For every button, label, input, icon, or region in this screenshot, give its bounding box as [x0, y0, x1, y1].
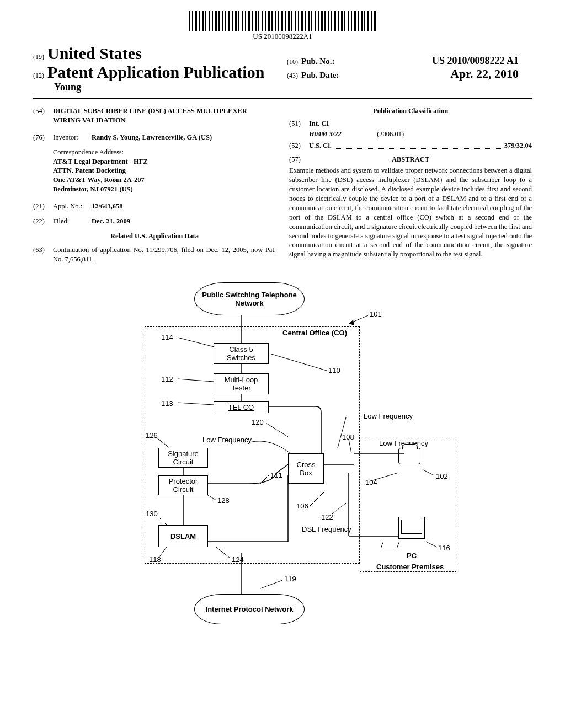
ref-126: 126	[146, 431, 158, 440]
ref-114: 114	[161, 333, 173, 341]
pub-no: US 2010/0098222 A1	[432, 55, 519, 67]
barcode-label: US 20100098222A1	[253, 32, 312, 41]
filed-label: Filed:	[53, 217, 92, 226]
intcl-label: Int. Cl.	[309, 119, 330, 129]
country: United States	[47, 44, 142, 63]
pub-date-code: (43)	[287, 72, 298, 80]
ref-108: 108	[342, 433, 354, 441]
box-dslam: DSLAM	[158, 525, 208, 547]
corr-line-3: One AT&T Way, Room 2A-207	[53, 175, 276, 185]
svg-line-30	[260, 580, 282, 588]
customer-premises-label: Customer Premises	[376, 563, 444, 571]
pub-type-code: (12)	[33, 72, 44, 80]
phone-icon	[398, 448, 420, 464]
related-code: (63)	[33, 245, 53, 264]
intcl-row: H04M 3/22 (2006.01)	[309, 130, 532, 139]
keyboard-icon	[381, 542, 399, 548]
pc-label: PC	[407, 552, 417, 560]
filed-date: Dec. 21, 2009	[92, 217, 276, 226]
inventor-code: (76)	[33, 133, 53, 142]
uscl-val: 379/32.04	[504, 141, 532, 151]
lbl-lowfreq-left: Low Frequency	[202, 436, 252, 444]
rule-top-thin	[33, 98, 532, 99]
country-code: (19)	[33, 53, 44, 61]
figure-diagram: Public Switching Telephone Network Inter…	[106, 282, 459, 646]
pub-type: Patent Application Publication	[47, 63, 264, 82]
inventor-label: Inventor:	[53, 133, 92, 142]
box-crossbox: Cross Box	[288, 453, 324, 484]
corr-label: Correspondence Address:	[53, 148, 276, 157]
appl-label: Appl. No.:	[53, 202, 92, 211]
ref-102: 102	[436, 472, 448, 480]
ref-124: 124	[232, 555, 244, 564]
box-class5: Class 5 Switches	[214, 343, 269, 364]
co-label: Central Office (CO)	[282, 329, 347, 337]
uscl-label: U.S. Cl.	[309, 141, 332, 151]
pub-date: Apr. 22, 2010	[450, 67, 519, 81]
ref-116: 116	[438, 544, 450, 552]
ref-128: 128	[217, 496, 230, 505]
filed-code: (22)	[33, 217, 53, 226]
corr-line-4: Bedminstor, NJ 07921 (US)	[53, 185, 276, 194]
svg-line-1	[349, 315, 368, 324]
abstract-heading: ABSTRACT	[392, 155, 429, 164]
ref-106: 106	[296, 502, 308, 510]
inventor-surname: Young	[54, 82, 81, 93]
pub-no-label: Pub. No.:	[301, 57, 334, 66]
barcode	[189, 11, 376, 31]
ref-122: 122	[321, 513, 333, 521]
corr-line-2: ATTN. Patent Docketing	[53, 166, 276, 175]
svg-marker-2	[349, 320, 354, 325]
ref-120: 120	[252, 418, 264, 426]
ref-110: 110	[328, 366, 340, 374]
left-column: (54) DIGITAL SUBSCRIBER LINE (DSL) ACCES…	[33, 106, 276, 269]
pub-class-heading: Publication Classification	[289, 106, 532, 116]
lbl-lowfreq-mid: Low Frequency	[364, 412, 413, 420]
related-heading: Related U.S. Application Data	[33, 232, 276, 241]
dot-leader	[334, 141, 502, 149]
ref-113: 113	[161, 399, 173, 408]
cloud-ipn: Internet Protocol Network	[194, 594, 305, 624]
related-text: Continuation of application No. 11/299,7…	[53, 245, 276, 264]
box-signature: Signature Circuit	[158, 448, 208, 468]
ref-111: 111	[270, 471, 282, 479]
ref-112: 112	[161, 375, 173, 383]
title-code: (54)	[33, 106, 53, 125]
box-protector: Protector Circuit	[158, 475, 208, 495]
pub-no-code: (10)	[287, 58, 298, 66]
ref-101: 101	[370, 310, 382, 318]
box-mlt: Multi-Loop Tester	[214, 373, 269, 394]
monitor-icon	[398, 517, 425, 539]
box-telco: TEL CO	[214, 401, 269, 413]
abstract-text: Example methods and system to validate p…	[289, 166, 532, 259]
barcode-block: US 20100098222A1	[33, 11, 532, 41]
ref-119: 119	[284, 575, 296, 583]
corr-line-1: AT&T Legal Department - HFZ	[53, 157, 276, 167]
intcl-code: (51)	[289, 119, 309, 129]
header-right: (10) Pub. No.: US 2010/0098222 A1 (43) P…	[287, 55, 519, 81]
inventor-name: Randy S. Young, Lawrenceville, GA (US)	[92, 133, 276, 142]
right-column: Publication Classification (51) Int. Cl.…	[289, 106, 532, 269]
correspondence-address: Correspondence Address: AT&T Legal Depar…	[53, 148, 276, 194]
body-columns: (54) DIGITAL SUBSCRIBER LINE (DSL) ACCES…	[33, 106, 532, 269]
cloud-pstn: Public Switching Telephone Network	[194, 282, 305, 315]
intcl-date: (2006.01)	[377, 130, 404, 138]
appl-code: (21)	[33, 202, 53, 211]
ref-130: 130	[146, 510, 158, 518]
lbl-dslfreq: DSL Frequency	[302, 525, 351, 533]
rule-top	[33, 97, 532, 97]
appl-no: 12/643,658	[92, 202, 276, 211]
uscl-code: (52)	[289, 141, 309, 151]
invention-title: DIGITAL SUBSCRIBER LINE (DSL) ACCESS MUL…	[53, 106, 276, 125]
ref-118: 118	[149, 555, 161, 564]
intcl-class: H04M 3/22	[309, 130, 375, 139]
abstract-code: (57)	[289, 155, 309, 164]
pub-date-label: Pub. Date:	[301, 71, 339, 80]
ref-104: 104	[365, 478, 377, 486]
